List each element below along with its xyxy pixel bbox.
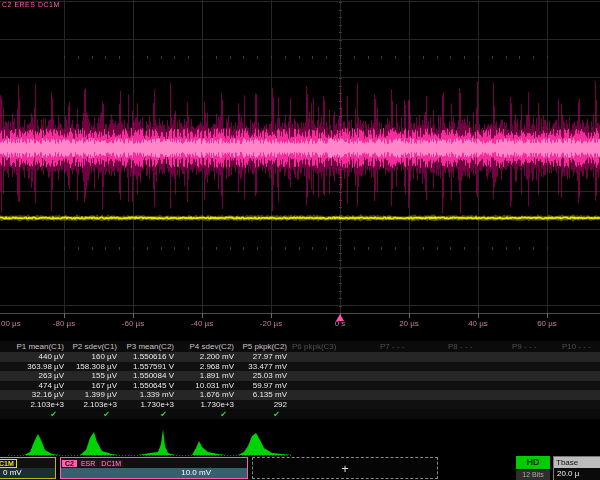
- status-check-icon: ✔: [120, 410, 177, 419]
- c2-coupling-tag: DC1M: [99, 460, 123, 467]
- status-check-icon: ✔: [67, 410, 120, 419]
- descriptor-row: C1M 0 mV C2 ESR DC1M 10.0 mV + HD 12 Bit…: [0, 457, 600, 480]
- axis-tick-label: -80 µs: [53, 319, 75, 328]
- plus-icon: +: [341, 461, 349, 476]
- measure-cell: 27.97 mV: [237, 352, 290, 361]
- measure-cell: 6.135 mV: [237, 390, 290, 399]
- param-header[interactable]: P1 mean(C1): [10, 342, 67, 351]
- param-header-unused[interactable]: P9 - - -: [512, 342, 536, 351]
- measure-cell: 32.16 µV: [10, 390, 67, 399]
- measure-cell: 1.399 µV: [67, 390, 120, 399]
- c2-vertical-scale: 10.0 mV: [61, 468, 211, 478]
- add-trace-button[interactable]: +: [252, 457, 438, 479]
- channel-c1-descriptor[interactable]: C1M 0 mV: [0, 457, 56, 479]
- hd-mode-badge[interactable]: HD: [516, 456, 550, 469]
- axis-tick-label: -60 µs: [122, 319, 144, 328]
- c2-badge: C2: [62, 460, 77, 467]
- measure-cell: 2.200 mV: [177, 352, 237, 361]
- measure-cell: 1.891 mV: [177, 371, 237, 380]
- histicon-strip[interactable]: [0, 424, 600, 458]
- measure-cell: 1.339 mV: [120, 390, 177, 399]
- measure-cell: 263 µV: [10, 371, 67, 380]
- measure-cell: 2.103e+3: [10, 400, 67, 409]
- axis-tick-label: -40 µs: [191, 319, 213, 328]
- measure-cell: 440 µV: [10, 352, 67, 361]
- measure-cell: 1.550645 V: [120, 381, 177, 390]
- measure-cell: 2.968 mV: [177, 362, 237, 371]
- measure-cell: 292: [237, 400, 290, 409]
- axis-tick-label: 00 µs: [1, 319, 21, 328]
- param-header-unused[interactable]: P10 - - -: [562, 342, 591, 351]
- axis-tick-label: 0 s: [335, 319, 346, 328]
- timebase-value: 20.0 µ: [554, 468, 600, 479]
- measure-cell: 160 µV: [67, 352, 120, 361]
- measure-cell: 158.308 µV: [67, 362, 120, 371]
- param-header[interactable]: P5 pkpk(C2): [237, 342, 290, 351]
- param-header-unused[interactable]: P7 - - -: [380, 342, 404, 351]
- time-axis: 00 µs-80 µs-60 µs-40 µs-20 µs0 s20 µs40 …: [0, 318, 600, 332]
- channel-c2-descriptor[interactable]: C2 ESR DC1M 10.0 mV: [60, 457, 248, 479]
- axis-tick-label: 60 µs: [537, 319, 557, 328]
- param-header-unused[interactable]: P8 - - -: [448, 342, 472, 351]
- measure-cell: 1.550084 V: [120, 371, 177, 380]
- measure-cell: 10.031 mV: [177, 381, 237, 390]
- status-check-icon: ✔: [10, 410, 67, 419]
- param-header[interactable]: P3 mean(C2): [120, 342, 177, 351]
- c2-eres-tag: ESR: [79, 460, 97, 467]
- axis-tick-label: -20 µs: [260, 319, 282, 328]
- param-header-unused[interactable]: P6 pkpk(C3): [292, 342, 336, 351]
- measure-cell: 474 µV: [10, 381, 67, 390]
- measurement-table: P1 mean(C1)P2 sdev(C1)P3 mean(C2)P4 sdev…: [0, 341, 600, 419]
- status-check-icon: ✔: [177, 410, 237, 419]
- measure-cell: 1.730e+3: [120, 400, 177, 409]
- axis-tick-label: 40 µs: [468, 319, 488, 328]
- measure-cell: 1.730e+3: [177, 400, 237, 409]
- timebase-descriptor[interactable]: Tbase 20.0 µ: [553, 456, 600, 480]
- trace-annotation-label: C2 ERES DC1M: [2, 1, 60, 8]
- waveform-grid[interactable]: [0, 0, 600, 336]
- measure-cell: 363.98 µV: [10, 362, 67, 371]
- measure-cell: 167 µV: [67, 381, 120, 390]
- measure-cell: 1.676 mV: [177, 390, 237, 399]
- status-check-icon: ✔: [237, 410, 290, 419]
- measure-cell: 59.97 mV: [237, 381, 290, 390]
- measure-cell: 25.03 mV: [237, 371, 290, 380]
- measure-cell: 1.550616 V: [120, 352, 177, 361]
- measure-cell: 1.557591 V: [120, 362, 177, 371]
- param-header[interactable]: P4 sdev(C2): [177, 342, 237, 351]
- axis-tick-label: 20 µs: [399, 319, 419, 328]
- param-header[interactable]: P2 sdev(C1): [67, 342, 120, 351]
- oscilloscope-screen: C2 ERES DC1M 00 µs-80 µs-60 µs-40 µs-20 …: [0, 0, 600, 480]
- timebase-title: Tbase: [554, 457, 600, 468]
- hd-bits-label: 12 Bits: [516, 470, 550, 480]
- measure-cell: 155 µV: [67, 371, 120, 380]
- measure-cell: 2.103e+3: [67, 400, 120, 409]
- c1-vertical-scale: 0 mV: [0, 468, 55, 478]
- c1-coupling-badge: C1M: [0, 459, 17, 468]
- measure-cell: 33.477 mV: [237, 362, 290, 371]
